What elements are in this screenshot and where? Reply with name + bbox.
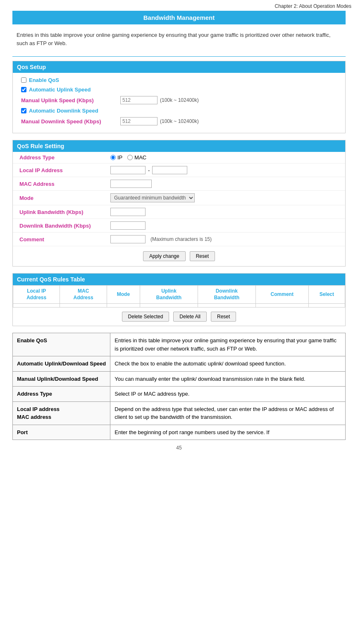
ip-separator: - [148, 167, 150, 173]
divider-1 [12, 56, 346, 57]
current-qos-section: Current QoS Rules Table Local IPAddress … [12, 273, 346, 326]
local-ip-row: Local IP Address - [13, 163, 345, 177]
chapter-title: Chapter 2: About Operation Modes [275, 3, 351, 9]
col-select: Select [308, 286, 345, 304]
desc-def-address-type: Select IP or MAC address type. [110, 387, 346, 402]
desc-row-auto-speed: Automatic Uplink/Download Speed Check th… [13, 356, 346, 372]
local-ip-start-input[interactable] [110, 166, 146, 174]
downlink-bw-input-wrap [110, 221, 146, 230]
cell-downlink-bw [198, 304, 255, 308]
qos-setup-section: Qos Setup Enable QoS Automatic Uplink Sp… [12, 61, 346, 133]
description-table: Enable QoS Entries in this table improve… [12, 333, 346, 440]
col-mode: Mode [107, 286, 140, 304]
cell-mac [60, 304, 107, 308]
cell-mode [107, 304, 140, 308]
mode-row: Mode Guaranteed minimum bandwidth [13, 191, 345, 205]
auto-downlink-row: Automatic Downlink Speed [21, 108, 337, 114]
manual-uplink-label: Manual Uplink Speed (Kbps) [21, 97, 120, 103]
cell-local-ip [13, 304, 60, 308]
uplink-bw-label: Uplink Bandwidth (Kbps) [19, 209, 110, 215]
cell-comment [255, 304, 308, 308]
auto-downlink-checkbox[interactable] [21, 108, 26, 113]
uplink-bw-row: Uplink Bandwidth (Kbps) [13, 205, 345, 219]
desc-row-address-type: Address Type Select IP or MAC address ty… [13, 387, 346, 402]
comment-hint: (Maximum characters is 15) [150, 236, 212, 242]
uplink-speed-range: (100k ~ 102400k) [160, 97, 199, 103]
col-uplink-bw: UplinkBandwidth [140, 286, 198, 304]
desc-row-port: Port Enter the beginning of port range n… [13, 425, 346, 440]
main-content: Bandwidth Management Entries in this tab… [0, 11, 358, 456]
mac-address-input-wrap [110, 180, 152, 188]
desc-def-manual-speed: You can manually enter the uplink/ downl… [110, 371, 346, 387]
downlink-speed-range: (100k ~ 102400k) [160, 118, 199, 124]
ip-radio[interactable] [110, 155, 116, 160]
col-local-ip: Local IPAddress [13, 286, 60, 304]
mode-select[interactable]: Guaranteed minimum bandwidth [110, 193, 195, 202]
col-mac: MACAddress [60, 286, 107, 304]
current-qos-header: Current QoS Rules Table [13, 274, 345, 285]
auto-uplink-checkbox[interactable] [21, 87, 26, 92]
manual-uplink-row: Manual Uplink Speed (Kbps) (100k ~ 10240… [21, 96, 337, 104]
comment-label: Comment [19, 236, 110, 243]
desc-term-manual-speed: Manual Uplink/Download Speed [13, 371, 110, 387]
cell-select [308, 304, 345, 308]
qos-setup-header: Qos Setup [13, 61, 345, 73]
desc-term-local-ip-mac: Local IP address MAC address [13, 401, 110, 425]
page-header: Chapter 2: About Operation Modes [0, 0, 358, 11]
desc-def-enable-qos: Entries in this table improve your onlin… [110, 333, 346, 356]
desc-def-local-ip-mac: Depend on the address type that selected… [110, 401, 346, 425]
manual-downlink-row: Manual Downlink Speed (Kbps) (100k ~ 102… [21, 117, 337, 125]
auto-uplink-label: Automatic Uplink Speed [29, 87, 91, 93]
mode-select-wrap: Guaranteed minimum bandwidth [110, 193, 195, 202]
local-ip-end-input[interactable] [152, 166, 187, 174]
desc-term-enable-qos: Enable QoS [13, 333, 110, 356]
local-ip-label: Local IP Address [19, 167, 110, 173]
qos-rule-section: QoS Rule Setting Address Type IP MAC Loc… [12, 140, 346, 267]
downlink-bw-row: Downlink Bandwidth (Kbps) [13, 219, 345, 233]
mac-radio[interactable] [127, 155, 133, 160]
desc-term-address-type: Address Type [13, 387, 110, 402]
ip-radio-label[interactable]: IP [110, 154, 122, 161]
reset-button[interactable]: Reset [190, 251, 215, 261]
local-ip-inputs: - [110, 166, 187, 174]
delete-all-button[interactable]: Delete All [173, 312, 207, 322]
col-comment: Comment [255, 286, 308, 304]
uplink-bw-input-wrap [110, 208, 146, 216]
address-type-radio-group: IP MAC [110, 154, 146, 161]
cell-uplink-bw [140, 304, 198, 308]
auto-uplink-row: Automatic Uplink Speed [21, 87, 337, 93]
enable-qos-checkbox[interactable] [21, 77, 26, 83]
page-number: 45 [12, 440, 346, 456]
apply-change-button[interactable]: Apply change [143, 251, 186, 261]
delete-btn-row: Delete Selected Delete All Reset [13, 308, 345, 326]
bandwidth-management-title: Bandwidth Management [12, 11, 346, 24]
ip-label: IP [117, 154, 122, 161]
table-reset-button[interactable]: Reset [211, 312, 236, 322]
downlink-bw-input[interactable] [110, 221, 146, 230]
comment-input-wrap: (Maximum characters is 15) [110, 235, 212, 243]
col-downlink-bw: DownlinkBandwidth [198, 286, 255, 304]
table-row [13, 304, 345, 308]
mac-address-input[interactable] [110, 180, 152, 188]
comment-input[interactable] [110, 235, 146, 243]
uplink-bw-input[interactable] [110, 208, 146, 216]
desc-term-auto-speed: Automatic Uplink/Download Speed [13, 356, 110, 372]
desc-def-port: Enter the beginning of port range number… [110, 425, 346, 440]
manual-downlink-label: Manual Downlink Speed (Kbps) [21, 118, 120, 125]
auto-downlink-label: Automatic Downlink Speed [29, 108, 98, 114]
table-header-row: Local IPAddress MACAddress Mode UplinkBa… [13, 286, 345, 304]
desc-row-manual-speed: Manual Uplink/Download Speed You can man… [13, 371, 346, 387]
manual-downlink-input[interactable] [120, 117, 158, 125]
mode-label: Mode [19, 195, 110, 201]
downlink-bw-label: Downlink Bandwidth (Kbps) [19, 223, 110, 229]
mac-label: MAC [134, 154, 146, 161]
delete-selected-button[interactable]: Delete Selected [122, 312, 169, 322]
desc-row-enable-qos: Enable QoS Entries in this table improve… [13, 333, 346, 356]
intro-text: Entries in this table improve your onlin… [12, 29, 346, 52]
manual-uplink-input[interactable] [120, 96, 158, 104]
qos-rule-header: QoS Rule Setting [13, 140, 345, 152]
mac-radio-label[interactable]: MAC [127, 154, 146, 161]
mac-address-row: MAC Address [13, 177, 345, 191]
qos-setup-inner: Enable QoS Automatic Uplink Speed Manual… [13, 73, 345, 133]
current-qos-table: Local IPAddress MACAddress Mode UplinkBa… [13, 285, 345, 308]
